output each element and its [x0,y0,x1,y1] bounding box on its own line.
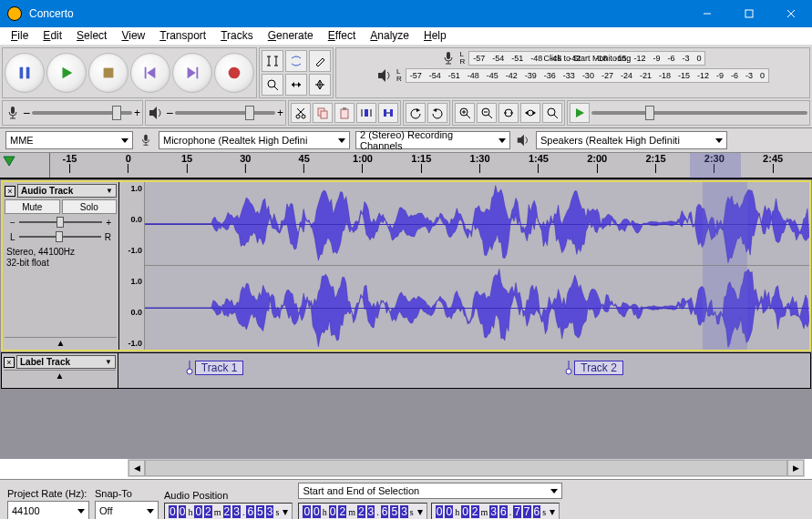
track-collapse-button[interactable]: ▲ [5,337,117,348]
timeshift-tool-icon[interactable] [285,74,307,96]
envelope-tool-icon[interactable] [285,50,307,72]
menu-file[interactable]: File [4,27,36,45]
zoom-in-icon[interactable] [455,103,475,123]
maximize-button[interactable] [728,0,770,27]
multi-tool-icon[interactable] [309,74,331,96]
zoom-toolbar [452,100,565,126]
svg-marker-43 [433,108,437,112]
svg-marker-56 [533,111,536,115]
zoom-out-icon[interactable] [477,103,497,123]
zoom-tool-icon[interactable] [262,74,283,96]
audio-position-field[interactable]: 00h02m23.653s▾ [164,503,293,519]
app-logo-icon [7,6,22,21]
selection-mode-select[interactable]: Start and End of Selection [298,483,562,499]
solo-button[interactable]: Solo [62,199,118,214]
label-track-body[interactable]: Track 1Track 2 [118,353,810,388]
chevron-down-icon [338,138,345,143]
selection-start-field[interactable]: 00h02m23.653s▾ [298,503,427,519]
silence-icon[interactable] [378,103,398,123]
snap-to-label: Snap-To [95,488,159,499]
playback-speed-slider[interactable] [591,111,807,115]
scroll-left-button[interactable]: ◀ [128,460,145,476]
play-at-speed-button[interactable] [570,103,590,123]
svg-marker-55 [525,111,528,115]
gain-slider[interactable]: −+ [5,216,117,229]
mute-button[interactable]: Mute [5,199,60,214]
svg-marker-22 [292,82,294,87]
waveform-display[interactable] [145,182,809,350]
menu-help[interactable]: Help [416,27,454,45]
svg-rect-60 [144,135,148,141]
svg-rect-40 [390,109,393,117]
label-marker[interactable]: Track 1 [184,361,244,375]
svg-point-57 [548,108,555,116]
svg-point-54 [528,110,533,116]
menu-view[interactable]: View [114,27,152,45]
project-rate-label: Project Rate (Hz): [7,488,89,499]
mic-icon [139,133,153,148]
stop-button[interactable] [88,53,128,93]
mic-icon[interactable] [440,50,457,66]
skip-end-button[interactable] [172,53,212,93]
svg-line-30 [298,108,304,115]
close-button[interactable] [770,0,812,27]
project-rate-select[interactable]: 44100 [7,501,89,519]
cut-icon[interactable] [291,103,311,123]
undo-icon[interactable] [406,103,426,123]
track-close-button[interactable]: × [4,357,15,368]
minimize-button[interactable] [686,0,728,27]
recording-meter[interactable]: -57-54-51-48-45-42Click to Start Monitor… [468,51,705,66]
scroll-right-button[interactable]: ▶ [787,460,804,476]
menu-transport[interactable]: Transport [152,27,213,45]
audio-host-select[interactable]: MME [5,131,133,149]
playback-meter[interactable]: -57-54-51-48-45-42-39-36-33-30-27-24-21-… [406,68,769,83]
svg-rect-35 [343,107,346,110]
track-name-dropdown[interactable]: Audio Track▼ [17,184,117,198]
svg-point-28 [296,115,300,118]
menu-analyze[interactable]: Analyze [363,27,416,45]
redo-icon[interactable] [427,103,447,123]
playback-volume-slider[interactable]: − + [166,106,283,120]
paste-icon[interactable] [334,103,355,123]
fit-project-icon[interactable] [520,103,540,123]
svg-rect-4 [20,67,24,79]
copy-icon[interactable] [313,103,333,123]
recording-device-select[interactable]: Microphone (Realtek High Defini [159,131,350,149]
recording-channels-select[interactable]: 2 (Stereo) Recording Channels [355,131,510,149]
zoom-toggle-icon[interactable] [542,103,562,123]
menu-edit[interactable]: Edit [36,27,69,45]
menu-tracks[interactable]: Tracks [213,27,261,45]
menu-generate[interactable]: Generate [261,27,321,45]
fit-selection-icon[interactable] [499,103,519,123]
skip-start-button[interactable] [130,53,170,93]
track-collapse-button[interactable]: ▲ [4,370,116,381]
trim-icon[interactable] [356,103,376,123]
selection-tool-icon[interactable] [262,50,283,72]
menu-select[interactable]: Select [69,27,114,45]
play-button[interactable] [46,53,87,93]
track-name-dropdown[interactable]: Label Track▼ [16,355,116,369]
pin-playhead-icon[interactable] [2,155,16,169]
pause-button[interactable] [5,53,45,93]
device-toolbar: MME Microphone (Realtek High Defini 2 (S… [0,128,812,153]
record-button[interactable] [214,53,254,93]
amplitudeadapter: 1.00.0-1.01.00.0-1.0 [119,182,145,350]
menu-effect[interactable]: Effect [321,27,363,45]
recording-volume-slider[interactable]: − + [23,106,140,120]
playback-device-select[interactable]: Speakers (Realtek High Definiti [536,131,727,149]
timeline-ruler[interactable]: -1501530451:001:151:301:452:002:152:302:… [0,153,812,178]
svg-line-49 [488,115,492,118]
speaker-icon[interactable] [376,67,393,84]
titlebar: Concerto [0,0,812,27]
draw-tool-icon[interactable] [309,50,331,72]
pan-slider[interactable]: LR [5,230,117,243]
track-close-button[interactable]: × [5,186,15,197]
play-at-speed-toolbar [567,100,810,126]
snap-to-select[interactable]: Off [95,501,159,519]
speaker-icon [516,133,530,148]
horizontal-scrollbar[interactable]: ◀ ▶ [128,459,805,477]
mixer-toolbar-play: − + [145,100,286,126]
svg-point-19 [268,80,275,87]
selection-end-field[interactable]: 00h02m36.776s▾ [431,503,560,519]
label-marker[interactable]: Track 2 [563,361,623,375]
